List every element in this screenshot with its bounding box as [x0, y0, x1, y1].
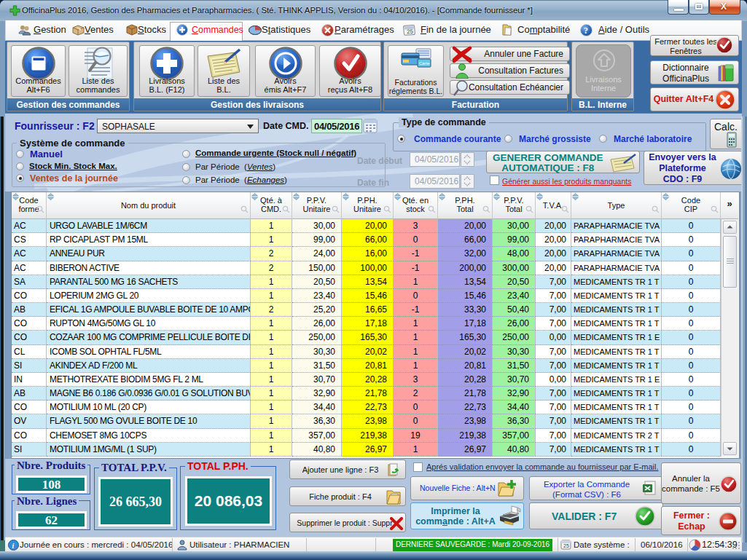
svg-text:i: i — [12, 542, 15, 550]
svg-text:25: 25 — [563, 543, 569, 548]
svg-text:25: 25 — [407, 28, 414, 36]
svg-text:Carte: Carte — [419, 61, 430, 66]
svg-text:?: ? — [584, 25, 588, 36]
